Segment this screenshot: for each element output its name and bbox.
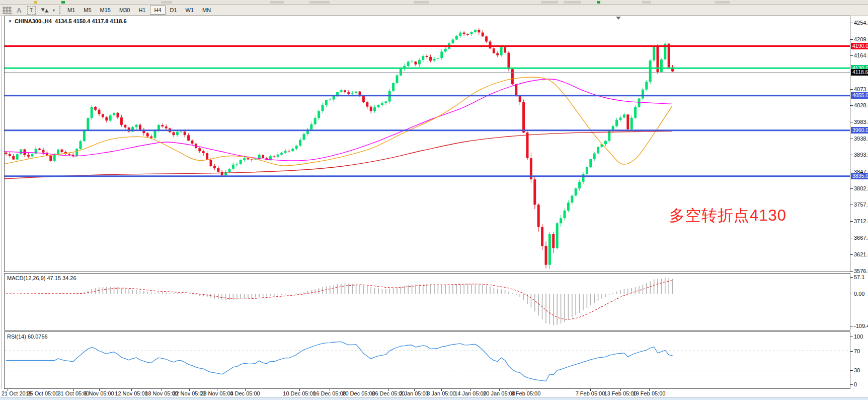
timeframe-button-H1[interactable]: H1 [134, 6, 149, 15]
price-tick-label-tick [850, 221, 853, 222]
price-tick-label: 3621.0 [854, 251, 868, 257]
time-axis-label: 14 Jan 05:00 [454, 390, 487, 396]
macd-indicator-panel[interactable] [4, 273, 850, 330]
macd-tick-label: -109.43 [854, 323, 868, 329]
rsi-indicator-panel[interactable] [4, 331, 850, 389]
price-tick-label-tick [850, 122, 853, 122]
clipped-icon-fragment [414, 1, 429, 4]
price-tick-label: 4028.0 [854, 102, 868, 108]
macd-tick-label-tick [850, 294, 853, 294]
clipped-icon-fragment [270, 1, 284, 4]
time-axis-label: 3 Feb 05:00 [511, 390, 541, 396]
dropdown-caret-icon[interactable]: ▼ [51, 6, 57, 15]
chart-text-annotation[interactable]: 多空转折点4130 [669, 205, 786, 226]
clipped-status-strip [0, 397, 868, 400]
cycle-arrows-icon[interactable] [40, 6, 50, 15]
timeframe-button-MN[interactable]: MN [198, 6, 215, 15]
trading-platform-window: F A T ▼ M1M5M15M30H1H4D1W1MN ▼CHINA300-,… [0, 0, 868, 400]
timeframe-button-M5[interactable]: M5 [80, 6, 95, 15]
timeframe-button-D1[interactable]: D1 [166, 6, 181, 15]
clipped-icon-fragment [642, 1, 651, 4]
price-level-badge: 4190.0 [851, 43, 868, 49]
price-tick-label: 3757.0 [854, 202, 868, 208]
time-axis-label: 19 Feb 05:00 [633, 390, 666, 396]
clipped-icon-fragment [61, 1, 65, 4]
time-axis-label: 20 Dec 05:00 [342, 390, 375, 396]
timeframe-button-H4[interactable]: H4 [150, 6, 165, 15]
price-tick-label-tick [850, 39, 853, 40]
chart-shift-marker[interactable] [616, 17, 621, 20]
price-tick-label: 3576.0 [854, 268, 868, 274]
rsi-tick-label: 70 [854, 348, 860, 354]
macd-tick-label: 0.00 [854, 291, 864, 297]
timeframe-button-M15[interactable]: M15 [96, 6, 115, 15]
time-axis-label: 25 Oct 05:00 [27, 390, 59, 396]
price-level-badge: 4118.6 [851, 69, 868, 76]
timeframe-button-M1[interactable]: M1 [63, 6, 79, 15]
price-tick-label: 3712.0 [854, 218, 868, 224]
toolbar-drag-handle[interactable] [59, 6, 61, 14]
time-axis-label: 10 Dec 05:00 [283, 390, 315, 396]
price-tick-label-tick [850, 139, 853, 139]
price-tick-label: 4073.0 [854, 86, 868, 92]
price-tick-label-tick [850, 23, 853, 23]
time-axis-label: 20 Jan 05:00 [483, 390, 515, 396]
chart-toolbar: F A T ▼ M1M5M15M30H1H4D1W1MN [0, 5, 868, 16]
time-axis-label: 8 Jan 05:00 [427, 390, 456, 396]
price-tick-label-tick [850, 271, 853, 272]
price-tick-label-tick [850, 188, 853, 189]
time-axis-label: 7 Feb 05:00 [576, 390, 605, 396]
symbol-info-line: ▼CHINA300-,H4 4134.5 4150.4 4117.8 4118.… [8, 18, 127, 24]
rsi-tick-label: 100 [854, 334, 863, 340]
price-level-badge: 3835.0 [851, 173, 868, 179]
price-tick-label-tick [850, 238, 853, 238]
rsi-tick-label: 0 [854, 381, 857, 387]
price-tick-label: 4164.0 [854, 52, 868, 58]
price-level-badge: 4055.0 [851, 92, 868, 99]
templates-grid-icon[interactable]: F [1, 6, 13, 15]
macd-tick-label-tick [850, 326, 853, 326]
price-tick-label: 3893.0 [854, 152, 868, 158]
main-price-chart-panel[interactable] [4, 16, 850, 272]
clipped-icon-fragment [309, 1, 330, 4]
price-tick-label-tick [850, 105, 853, 106]
symbol-label: CHINA300-,H4 [15, 18, 52, 24]
time-axis-label: 28 Nov 05:00 [200, 390, 233, 396]
price-tick-label-tick [850, 254, 853, 255]
time-axis-label: 12 Nov 05:00 [115, 390, 147, 396]
time-axis-label: 2 Jan 05:00 [400, 390, 429, 396]
ohlc-values: 4134.5 4150.4 4117.8 4118.6 [55, 18, 127, 24]
price-tick-label-tick [850, 155, 853, 155]
clipped-icon-fragment [34, 1, 37, 4]
time-axis-label: 4 Dec 05:00 [230, 390, 260, 396]
price-tick-label: 3938.0 [854, 136, 868, 142]
rsi-tick-label-tick [850, 370, 853, 371]
clipped-toolbar-row [0, 0, 868, 5]
price-level-badge: 3960.0 [851, 127, 868, 134]
clipped-icon-fragment [161, 1, 172, 4]
timeframe-button-W1[interactable]: W1 [182, 6, 198, 15]
clipped-icon-fragment [597, 1, 600, 4]
clipped-icon-fragment [541, 1, 558, 4]
text-box-icon[interactable]: T [26, 6, 36, 15]
price-tick-label: 3802.0 [854, 185, 868, 191]
price-tick-label-tick [850, 55, 853, 56]
price-tick-label-tick [850, 205, 853, 205]
rsi-tick-label-tick [850, 337, 853, 337]
price-tick-label: 3983.0 [854, 119, 868, 125]
timeframe-button-M30[interactable]: M30 [115, 6, 134, 15]
price-tick-label-tick [850, 172, 853, 172]
time-axis-label: 13 Feb 05:00 [604, 390, 637, 396]
price-tick-label-tick [850, 89, 853, 90]
rsi-tick-label-tick [850, 351, 853, 352]
time-axis-label: 6 Nov 05:00 [84, 390, 114, 396]
macd-label: MACD(12,26,9) 47.15 34.26 [7, 275, 76, 281]
window-left-edge [2, 16, 2, 389]
macd-tick-label: 57.1 [854, 274, 864, 280]
clipped-icon-fragment [564, 1, 581, 4]
text-label-icon[interactable]: A [14, 6, 24, 15]
macd-tick-label-tick [850, 277, 853, 278]
price-tick-label: 3667.0 [854, 235, 868, 241]
timeframe-button-group: M1M5M15M30H1H4D1W1MN [63, 6, 215, 15]
chevron-down-icon[interactable]: ▼ [8, 19, 12, 24]
